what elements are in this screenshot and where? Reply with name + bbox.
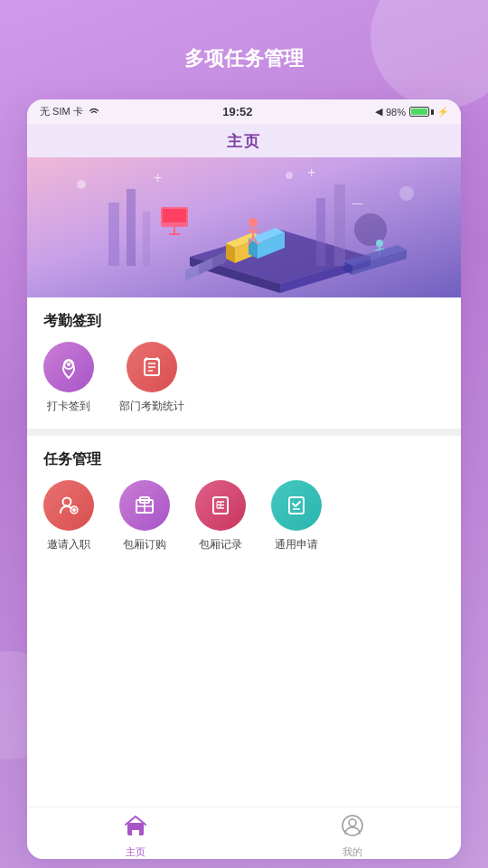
- app-nav-title: 主页: [227, 133, 261, 150]
- section-title-tasks: 任务管理: [43, 436, 445, 480]
- svg-point-41: [67, 363, 70, 366]
- svg-point-25: [376, 240, 383, 247]
- svg-text:+: +: [154, 170, 162, 185]
- svg-rect-38: [316, 198, 325, 266]
- tab-profile-label: 我的: [343, 845, 362, 859]
- status-bar: 无 SIM 卡 19:52 ◀ 98% ⚡: [27, 99, 461, 124]
- svg-text:—: —: [352, 197, 363, 210]
- battery-percent: 98%: [386, 107, 406, 118]
- svg-rect-39: [334, 184, 345, 266]
- task-grid: 邀请入职 包厢订购: [43, 480, 445, 567]
- tab-profile[interactable]: 我的: [244, 808, 461, 859]
- section-divider: [27, 429, 461, 436]
- content-area: 考勤签到 打卡签到: [27, 297, 461, 567]
- tab-bar: 主页 我的: [27, 807, 461, 859]
- invite-item[interactable]: 邀请入职: [43, 480, 94, 552]
- dept-stat-label: 部门考勤统计: [119, 399, 184, 414]
- invite-label: 邀请入职: [47, 537, 90, 552]
- svg-rect-35: [108, 203, 119, 266]
- tab-home[interactable]: 主页: [27, 808, 244, 859]
- svg-rect-63: [132, 830, 139, 835]
- svg-point-20: [249, 218, 258, 227]
- svg-point-1: [77, 180, 86, 189]
- svg-rect-36: [127, 189, 136, 266]
- tab-home-icon: [124, 814, 147, 843]
- checkin-icon-circle: [43, 342, 94, 392]
- invite-icon-circle: [43, 480, 94, 531]
- svg-point-2: [286, 172, 293, 179]
- tab-home-label: 主页: [126, 845, 145, 859]
- dept-stat-item[interactable]: 部门考勤统计: [119, 342, 184, 414]
- tab-profile-icon: [341, 814, 364, 843]
- app-nav-bar: 主页: [27, 124, 461, 157]
- status-left: 无 SIM 卡: [40, 105, 100, 118]
- wifi-icon: [88, 106, 100, 118]
- svg-rect-37: [143, 212, 150, 266]
- svg-point-65: [349, 819, 356, 826]
- general-apply-item[interactable]: 通用申请: [271, 480, 322, 552]
- pkg-record-label: 包厢记录: [199, 537, 242, 552]
- battery-indicator: [409, 107, 434, 117]
- svg-rect-32: [163, 209, 186, 222]
- checkin-item[interactable]: 打卡签到: [43, 342, 94, 414]
- pkg-order-label: 包厢订购: [123, 537, 166, 552]
- charge-icon: ⚡: [437, 107, 448, 117]
- status-time: 19:52: [222, 105, 252, 118]
- pkg-order-icon-circle: [119, 480, 170, 531]
- pkg-order-item[interactable]: 包厢订购: [119, 480, 170, 552]
- checkin-label: 打卡签到: [47, 399, 90, 414]
- location-icon: ◀: [375, 106, 382, 118]
- section-title-attendance: 考勤签到: [43, 297, 445, 342]
- pkg-record-icon-circle: [195, 480, 246, 531]
- pkg-record-item[interactable]: 包厢记录: [195, 480, 246, 552]
- general-apply-label: 通用申请: [275, 537, 318, 552]
- phone-frame: 无 SIM 卡 19:52 ◀ 98% ⚡ 主页: [27, 99, 461, 859]
- attendance-grid: 打卡签到 部门考勤统计: [43, 342, 445, 429]
- dept-stat-icon-circle: [127, 342, 177, 392]
- general-apply-icon-circle: [271, 480, 322, 531]
- svg-point-4: [399, 186, 414, 201]
- status-right: ◀ 98% ⚡: [375, 106, 448, 118]
- svg-text:+: +: [307, 165, 315, 180]
- bg-circle-top: [371, 0, 488, 108]
- svg-point-46: [63, 498, 71, 506]
- hero-banner: + + —: [27, 157, 461, 297]
- sim-text: 无 SIM 卡: [40, 105, 83, 118]
